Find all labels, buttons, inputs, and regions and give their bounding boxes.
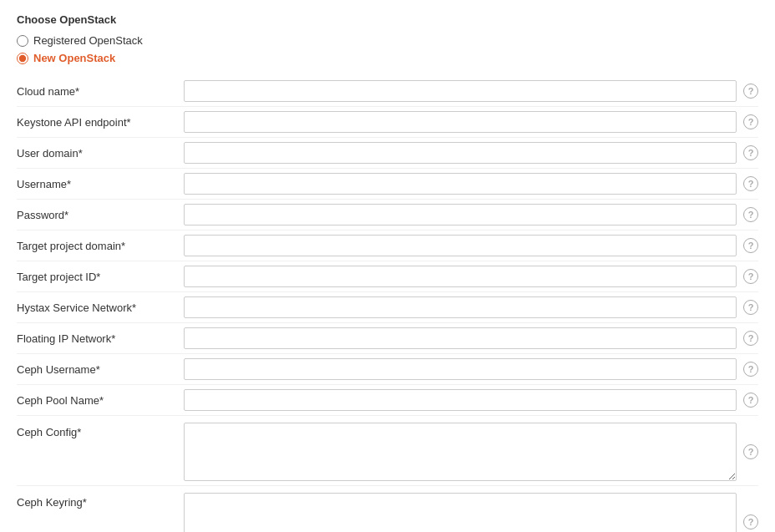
radio-new-label: New OpenStack — [33, 52, 115, 64]
help-icon-ceph-pool-name[interactable]: ? — [743, 393, 758, 408]
input-ceph-pool-name[interactable] — [184, 389, 737, 411]
radio-registered[interactable]: Registered OpenStack — [17, 34, 758, 47]
input-wrapper-cloud-name: ? — [184, 80, 758, 102]
field-ceph-config: Ceph Config* ? — [17, 416, 758, 486]
help-icon-keystone[interactable]: ? — [743, 114, 758, 129]
form-area: Cloud name* ? Keystone API endpoint* ? — [17, 76, 758, 532]
radio-registered-label: Registered OpenStack — [33, 34, 143, 47]
radio-new-input[interactable] — [17, 53, 28, 64]
input-wrapper-keystone: ? — [184, 111, 758, 133]
help-icon-ceph-keyring[interactable]: ? — [743, 514, 758, 529]
field-keystone: Keystone API endpoint* ? — [17, 107, 758, 138]
label-password: Password* — [17, 209, 184, 221]
label-floating-ip-network: Floating IP Network* — [17, 332, 184, 345]
label-username: Username* — [17, 178, 184, 190]
input-target-project-domain[interactable] — [184, 235, 737, 256]
help-icon-target-project-domain[interactable]: ? — [743, 238, 758, 253]
field-floating-ip-network: Floating IP Network* ? — [17, 323, 758, 354]
section-title: Choose OpenStack — [17, 13, 758, 26]
input-wrapper-user-domain: ? — [184, 142, 758, 164]
input-keystone[interactable] — [184, 111, 737, 133]
input-wrapper-target-project-domain: ? — [184, 235, 758, 256]
input-wrapper-hystax-service-network: ? — [184, 296, 758, 318]
field-target-project-domain: Target project domain* ? — [17, 231, 758, 261]
radio-new[interactable]: New OpenStack — [17, 52, 758, 64]
field-ceph-pool-name: Ceph Pool Name* ? — [17, 385, 758, 416]
page-container: Choose OpenStack Registered OpenStack Ne… — [0, 0, 775, 532]
input-wrapper-target-project-id: ? — [184, 266, 758, 287]
input-wrapper-ceph-username: ? — [184, 358, 758, 380]
label-user-domain: User domain* — [17, 147, 184, 160]
label-hystax-service-network: Hystax Service Network* — [17, 301, 184, 314]
field-hystax-service-network: Hystax Service Network* ? — [17, 292, 758, 323]
field-username: Username* ? — [17, 169, 758, 200]
input-target-project-id[interactable] — [184, 266, 737, 287]
label-target-project-domain: Target project domain* — [17, 240, 184, 252]
radio-registered-input[interactable] — [17, 35, 28, 47]
input-wrapper-floating-ip-network: ? — [184, 327, 758, 349]
input-hystax-service-network[interactable] — [184, 296, 737, 318]
label-ceph-username: Ceph Username* — [17, 363, 184, 376]
field-cloud-name: Cloud name* ? — [17, 76, 758, 107]
input-wrapper-username: ? — [184, 173, 758, 195]
input-floating-ip-network[interactable] — [184, 327, 737, 349]
label-cloud-name: Cloud name* — [17, 85, 184, 98]
input-wrapper-ceph-keyring: ? — [184, 493, 758, 532]
input-wrapper-password: ? — [184, 204, 758, 225]
content-area: Choose OpenStack Registered OpenStack Ne… — [0, 0, 775, 532]
input-cloud-name[interactable] — [184, 80, 737, 102]
help-icon-password[interactable]: ? — [743, 207, 758, 222]
label-keystone: Keystone API endpoint* — [17, 116, 184, 129]
input-ceph-username[interactable] — [184, 358, 737, 380]
input-wrapper-ceph-pool-name: ? — [184, 389, 758, 411]
help-icon-hystax-service-network[interactable]: ? — [743, 300, 758, 315]
help-icon-ceph-config[interactable]: ? — [743, 444, 758, 459]
field-password: Password* ? — [17, 200, 758, 231]
label-target-project-id: Target project ID* — [17, 271, 184, 283]
input-ceph-config[interactable] — [184, 423, 737, 481]
input-username[interactable] — [184, 173, 737, 195]
field-user-domain: User domain* ? — [17, 138, 758, 169]
field-target-project-id: Target project ID* ? — [17, 261, 758, 292]
help-icon-user-domain[interactable]: ? — [743, 145, 758, 160]
input-password[interactable] — [184, 204, 737, 225]
help-icon-target-project-id[interactable]: ? — [743, 269, 758, 284]
field-ceph-username: Ceph Username* ? — [17, 354, 758, 385]
input-ceph-keyring[interactable] — [184, 493, 737, 532]
input-user-domain[interactable] — [184, 142, 737, 164]
label-ceph-config: Ceph Config* — [17, 423, 184, 438]
radio-group: Registered OpenStack New OpenStack — [17, 34, 758, 64]
label-ceph-pool-name: Ceph Pool Name* — [17, 394, 184, 407]
input-wrapper-ceph-config: ? — [184, 423, 758, 481]
help-icon-username[interactable]: ? — [743, 176, 758, 191]
help-icon-cloud-name[interactable]: ? — [743, 84, 758, 99]
help-icon-ceph-username[interactable]: ? — [743, 362, 758, 377]
help-icon-floating-ip-network[interactable]: ? — [743, 331, 758, 346]
label-ceph-keyring: Ceph Keyring* — [17, 493, 184, 509]
field-ceph-keyring: Ceph Keyring* ? — [17, 486, 758, 532]
